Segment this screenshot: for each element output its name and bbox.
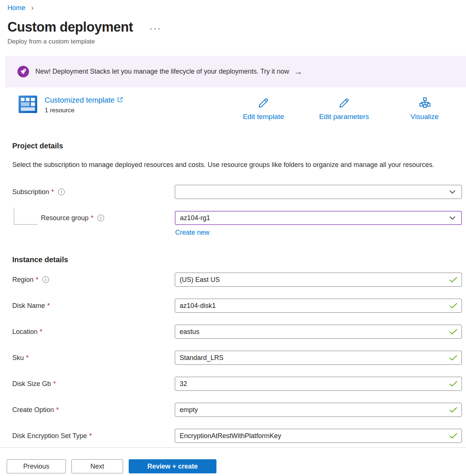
disk-encryption-set-type-row: Disk Encryption Set Type *: [12, 429, 466, 443]
resource-group-input[interactable]: [175, 211, 462, 225]
required-asterisk: *: [40, 328, 42, 336]
visualize-button[interactable]: Visualize: [384, 97, 465, 121]
field-label-text: Resource group: [41, 214, 89, 222]
customized-template-link[interactable]: Customized template: [45, 96, 123, 104]
disk-size-row: Disk Size Gb *: [12, 377, 466, 391]
location-label: Location *: [12, 328, 175, 336]
resource-group-connector-line: [14, 208, 38, 225]
more-options-icon[interactable]: ···: [150, 22, 162, 33]
page-subtitle: Deploy from a custom template: [7, 38, 466, 45]
location-row: Location *: [12, 325, 466, 339]
edit-template-label: Edit template: [243, 113, 284, 121]
project-details-heading: Project details: [12, 142, 466, 150]
sku-field[interactable]: [175, 351, 462, 365]
footer-bar: Previous Next Review + create: [0, 447, 466, 476]
template-info: Customized template 1 resource: [45, 96, 123, 115]
field-label-text: Disk Size Gb: [12, 380, 51, 388]
disk-encryption-set-type-field[interactable]: [175, 429, 462, 443]
disk-size-label: Disk Size Gb *: [12, 380, 175, 388]
sku-row: Sku *: [12, 351, 466, 365]
title-row: Custom deployment ···: [7, 19, 466, 35]
chevron-down-icon[interactable]: [449, 216, 456, 220]
disk-name-field[interactable]: [175, 299, 462, 313]
field-label-text: Region: [12, 276, 33, 284]
valid-check-icon: [449, 355, 457, 361]
region-label: Region * i: [12, 276, 175, 284]
template-band: Customized template 1 resource: [0, 95, 466, 123]
project-details-description: Select the subscription to manage deploy…: [12, 159, 437, 171]
disk-name-label: Disk Name *: [12, 302, 175, 310]
edit-template-button[interactable]: Edit template: [223, 97, 304, 121]
valid-check-icon: [449, 303, 457, 309]
valid-check-icon: [449, 433, 457, 439]
breadcrumb-home-link[interactable]: Home: [7, 4, 25, 12]
create-option-row: Create Option *: [12, 403, 466, 417]
field-label-text: Subscription: [12, 188, 49, 196]
pencil-icon: [257, 97, 269, 110]
location-input[interactable]: [175, 325, 462, 339]
instance-details-heading: Instance details: [12, 255, 466, 264]
valid-check-icon: [449, 329, 457, 335]
required-asterisk: *: [91, 214, 93, 222]
valid-check-icon: [449, 277, 457, 283]
region-input[interactable]: [175, 273, 462, 287]
required-asterisk: *: [26, 354, 29, 362]
sku-input[interactable]: [175, 351, 462, 365]
info-icon[interactable]: i: [58, 189, 65, 195]
field-label-text: Sku: [12, 354, 24, 362]
create-option-label: Create Option *: [12, 406, 175, 414]
edit-parameters-label: Edit parameters: [319, 113, 369, 121]
subscription-input[interactable]: [175, 185, 462, 199]
pencil-icon: [338, 97, 350, 110]
chevron-right-icon: ›: [31, 4, 33, 12]
sku-label: Sku *: [12, 354, 175, 362]
location-field[interactable]: [175, 325, 462, 339]
create-new-link[interactable]: Create new: [175, 229, 209, 237]
template-card: Customized template 1 resource: [19, 96, 123, 115]
required-asterisk: *: [56, 406, 59, 414]
next-button[interactable]: Next: [71, 459, 123, 473]
resource-group-select[interactable]: [175, 211, 462, 225]
disk-name-input[interactable]: [175, 299, 462, 313]
region-row: Region * i: [12, 273, 466, 287]
required-asterisk: *: [36, 276, 38, 284]
disk-size-field[interactable]: [175, 377, 462, 391]
rocket-icon: [17, 66, 29, 77]
deployment-stacks-banner[interactable]: New! Deployment Stacks let you manage th…: [5, 56, 466, 87]
required-asterisk: *: [89, 432, 92, 440]
arrow-right-icon[interactable]: →: [294, 68, 302, 76]
disk-encryption-set-type-label: Disk Encryption Set Type *: [12, 432, 175, 440]
template-actions: Edit template Edit parameters: [223, 97, 465, 121]
template-icon: [19, 96, 37, 115]
info-icon[interactable]: i: [42, 276, 49, 283]
required-asterisk: *: [53, 380, 56, 388]
previous-button[interactable]: Previous: [7, 459, 66, 473]
field-label-text: Create Option: [12, 406, 54, 414]
footer-buttons: Previous Next Review + create: [7, 459, 466, 473]
field-label-text: Disk Name: [12, 302, 45, 310]
external-link-icon: [117, 96, 123, 104]
disk-size-input[interactable]: [175, 377, 462, 391]
visualize-label: Visualize: [411, 113, 439, 121]
create-option-input[interactable]: [175, 403, 462, 417]
valid-check-icon: [449, 381, 457, 387]
create-option-field[interactable]: [175, 403, 462, 417]
subscription-row: Subscription * i: [12, 185, 466, 199]
field-label-text: Location: [12, 328, 38, 336]
disk-encryption-set-type-input[interactable]: [175, 429, 462, 443]
field-label-text: Disk Encryption Set Type: [12, 432, 87, 440]
page-title: Custom deployment: [7, 19, 133, 35]
org-chart-icon: [419, 97, 431, 110]
breadcrumb: Home ›: [0, 0, 466, 12]
region-field[interactable]: [175, 273, 462, 287]
subscription-label: Subscription * i: [12, 188, 175, 196]
subscription-select[interactable]: [175, 185, 462, 199]
template-title: Customized template: [45, 96, 115, 104]
resource-group-row: Resource group * i: [12, 211, 466, 225]
review-create-button[interactable]: Review + create: [129, 459, 216, 473]
edit-parameters-button[interactable]: Edit parameters: [304, 97, 385, 121]
template-resource-count: 1 resource: [45, 107, 123, 114]
chevron-down-icon[interactable]: [449, 190, 456, 194]
valid-check-icon: [449, 407, 457, 413]
info-icon[interactable]: i: [97, 215, 104, 221]
